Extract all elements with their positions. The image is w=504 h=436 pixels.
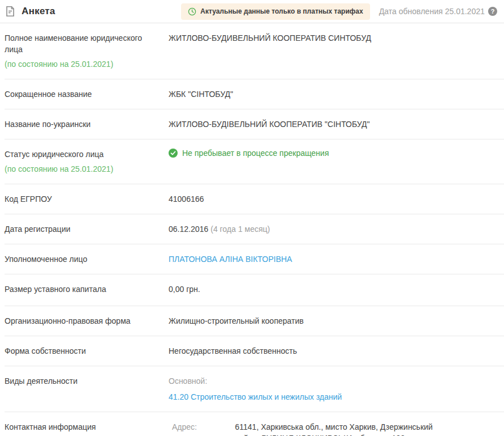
egrpou-value: 41006166 bbox=[169, 193, 502, 205]
row-capital: Размер уставного капитала 0,00 грн. bbox=[5, 274, 504, 306]
full-name-as-of-date: (по состоянию на 25.01.2021) bbox=[5, 58, 169, 70]
ownership-value: Негосударственная собственность bbox=[169, 345, 502, 357]
paid-tariff-badge: Актуальные данные только в платных тариф… bbox=[181, 3, 370, 20]
address-value: 61141, Харкивська обл., мисто Харкив, Дз… bbox=[235, 421, 440, 436]
row-authorized-person: Уполномоченное лицо ПЛАТОНОВА АЛІНА ВІКТ… bbox=[5, 244, 504, 274]
badge-label: Актуальные данные только в платных тариф… bbox=[200, 7, 363, 15]
full-name-label: Полное наименование юридического лица bbox=[5, 32, 169, 55]
activities-label: Виды деятельности bbox=[5, 375, 169, 387]
address-label: Адрес: bbox=[172, 421, 235, 433]
row-egrpou: Код ЕГРПОУ 41006166 bbox=[5, 184, 504, 214]
short-name-label: Сокращенное название bbox=[5, 88, 169, 100]
egrpou-label: Код ЕГРПОУ bbox=[5, 193, 169, 205]
header-update-date: Дата обновления 25.01.2021 ? bbox=[379, 7, 497, 16]
status-badge: Не пребывает в процессе прекращения bbox=[169, 149, 502, 158]
capital-value: 0,00 грн. bbox=[169, 283, 502, 295]
row-full-name: Полное наименование юридического лица (п… bbox=[5, 23, 504, 79]
legal-form-value: Жилищно-строительный кооператив bbox=[169, 315, 502, 327]
authorized-person-label: Уполномоченное лицо bbox=[5, 253, 169, 265]
ukrainian-name-label: Название по-украински bbox=[5, 118, 169, 130]
document-icon bbox=[5, 6, 16, 17]
activity-kved-link[interactable]: 41.20 Строительство жилых и нежилых здан… bbox=[169, 392, 342, 401]
short-name-value: ЖБК "СІНТОБУД" bbox=[169, 88, 502, 100]
authorized-person-link[interactable]: ПЛАТОНОВА АЛІНА ВІКТОРІВНА bbox=[169, 255, 292, 264]
row-activities: Виды деятельности Основной: 41.20 Строит… bbox=[5, 366, 504, 412]
row-registration-date: Дата регистрации 06.12.2016 (4 года 1 ме… bbox=[5, 214, 504, 244]
check-circle-icon bbox=[169, 149, 178, 158]
activities-kind-label: Основной: bbox=[169, 375, 502, 387]
row-ownership: Форма собственности Негосударственная со… bbox=[5, 336, 504, 366]
profile-table: Полное наименование юридического лица (п… bbox=[0, 23, 504, 436]
registration-date: 06.12.2016 bbox=[169, 225, 208, 234]
page-header: Анкета Актуальные данные только в платны… bbox=[0, 0, 504, 23]
ukrainian-name-value: ЖИТЛОВО-БУДІВЕЛЬНИЙ КООПЕРАТИВ "СІНТОБУД… bbox=[169, 118, 502, 130]
capital-label: Размер уставного капитала bbox=[5, 283, 169, 295]
full-name-value: ЖИТЛОВО-БУДИВЕЛЬНИЙ КООПЕРАТИВ СИНТОБУД bbox=[169, 32, 502, 44]
row-ukrainian-name: Название по-украински ЖИТЛОВО-БУДІВЕЛЬНИ… bbox=[5, 109, 504, 139]
help-icon[interactable]: ? bbox=[488, 7, 497, 16]
status-text: Не пребывает в процессе прекращения bbox=[182, 149, 329, 158]
row-short-name: Сокращенное название ЖБК "СІНТОБУД" bbox=[5, 79, 504, 109]
row-status: Статус юридического лица (по состоянию н… bbox=[5, 139, 504, 184]
page-title: Анкета bbox=[22, 6, 55, 17]
ownership-label: Форма собственности bbox=[5, 345, 169, 357]
row-legal-form: Организационно-правовая форма Жилищно-ст… bbox=[5, 306, 504, 336]
clock-icon bbox=[188, 7, 196, 16]
registration-date-value: 06.12.2016 (4 года 1 месяц) bbox=[169, 223, 502, 235]
status-label: Статус юридического лица bbox=[5, 149, 169, 160]
row-contacts: Контактная информация Адрес: 61141, Харк… bbox=[5, 412, 504, 436]
status-as-of-date: (по состоянию на 25.01.2021) bbox=[5, 163, 169, 175]
update-date-text: Дата обновления 25.01.2021 bbox=[379, 7, 485, 16]
registration-date-label: Дата регистрации bbox=[5, 223, 169, 235]
contacts-label: Контактная информация bbox=[5, 421, 169, 433]
registration-age: (4 года 1 месяц) bbox=[211, 225, 270, 234]
contact-row-address: Адрес: 61141, Харкивська обл., мисто Хар… bbox=[172, 421, 502, 436]
legal-form-label: Организационно-правовая форма bbox=[5, 315, 169, 327]
contact-table: Адрес: 61141, Харкивська обл., мисто Хар… bbox=[169, 421, 502, 436]
